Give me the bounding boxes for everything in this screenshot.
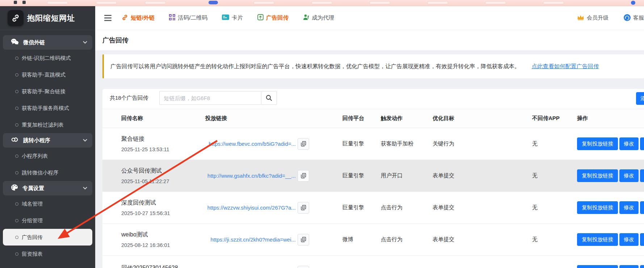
sidebar-item-aggregate-link[interactable]: 获客助手-聚合链接	[3, 83, 92, 100]
sidebar-section-wechat-links[interactable]: 微信外链	[3, 35, 92, 50]
callback-url-link[interactable]: http://www.gsahfx.cn/bfkc?adid=__...	[205, 173, 296, 179]
edit-button[interactable]: 修改	[619, 201, 639, 214]
more-action-button-cut[interactable]	[640, 169, 644, 182]
edit-button[interactable]: 修改	[619, 169, 639, 182]
sidebar: 抱阳缩短网址 微信外链 外链-识别二维码模式	[0, 6, 95, 268]
bullet-icon	[15, 219, 18, 222]
col-header-url: 投放链接	[205, 115, 342, 122]
copy-icon	[301, 237, 306, 242]
nav-item-short-links[interactable]: 短链/外链	[122, 14, 155, 22]
main-content: 广告回传 广告回传可以将用户访问跳转外链产生的转化动作上报到对应的广告平台，快速…	[95, 30, 644, 268]
nav-item-ad-callback[interactable]: 广告回传	[257, 14, 289, 22]
edit-button[interactable]: 修改	[619, 233, 639, 246]
callback-name: 公众号回传测试	[121, 167, 205, 175]
col-header-trigger: 触发动作	[381, 115, 433, 122]
sidebar-item-domain-management[interactable]: 域名管理	[3, 195, 92, 212]
sidebar-item-direct-jump[interactable]: 获客助手-直跳模式	[3, 66, 92, 83]
callback-goal: 表单提交	[433, 204, 532, 211]
sidebar-item-qrcode-mode[interactable]: 外链-识别二维码模式	[3, 50, 92, 66]
qrcode-icon	[169, 14, 175, 22]
ad-callback-icon	[257, 14, 264, 22]
bullet-icon	[15, 123, 18, 127]
bullet-icon	[15, 154, 18, 158]
bullet-icon	[15, 171, 18, 174]
sidebar-section-miniprogram[interactable]: 跳转小程序	[3, 133, 92, 148]
sidebar-item-miniprogram-list[interactable]: 小程序列表	[3, 148, 92, 164]
copy-delivery-link-button[interactable]: 复制投放链接	[577, 169, 618, 182]
callback-trigger: 用户开口	[381, 172, 433, 179]
bullet-icon	[15, 236, 18, 239]
more-action-button-cut[interactable]	[640, 201, 644, 214]
nav-item-become-agent[interactable]: 成为代理	[303, 14, 334, 22]
chevron-down-icon	[83, 41, 87, 44]
callback-date: 2025-10-27 15:56:31	[121, 210, 205, 216]
sidebar-item-ad-callback[interactable]: 广告回传	[3, 229, 92, 246]
more-action-button-cut[interactable]	[640, 233, 644, 246]
agent-person-icon	[303, 14, 309, 22]
copy-icon	[301, 141, 306, 147]
nav-item-card[interactable]: 卡片	[222, 14, 243, 22]
sidebar-section-exclusive-settings[interactable]: 专属设置	[3, 181, 92, 195]
search-input[interactable]	[159, 91, 261, 105]
edit-button[interactable]: 修改	[619, 265, 639, 268]
add-callback-button[interactable]: 添	[636, 92, 644, 105]
browser-active-tab	[209, 1, 218, 4]
browser-tab	[427, 1, 448, 4]
browser-icon	[14, 1, 17, 4]
chevron-down-icon	[83, 139, 87, 142]
copy-delivery-link-button[interactable]: 复制投放链接	[577, 265, 618, 268]
browser-tab	[369, 1, 390, 4]
banner-config-link[interactable]: 点此查看如何配置广告回传	[532, 63, 599, 70]
callback-url-link[interactable]: https://ji.szzit.cn/2kh0?media=wei...	[205, 236, 296, 243]
member-upgrade-button[interactable]: 会员升级	[577, 15, 609, 21]
copy-url-button[interactable]	[298, 234, 309, 246]
copy-url-button[interactable]	[298, 202, 309, 214]
table-row: 聚合链接 2025-11-25 13:53:11 https://wew.fbe…	[102, 128, 644, 160]
callback-trigger: 点击行为	[381, 204, 433, 211]
col-header-actions: 操作	[577, 115, 644, 122]
more-action-button-cut[interactable]	[640, 137, 644, 150]
copy-delivery-link-button[interactable]: 复制投放链接	[577, 137, 618, 150]
copy-icon	[301, 173, 306, 178]
nav-item-qrcode[interactable]: 活码/二维码	[169, 14, 207, 22]
sidebar-item-jump-wechat-miniprogram[interactable]: 跳转微信小程序	[3, 164, 92, 181]
search-button[interactable]	[261, 91, 277, 105]
customer-service-icon	[624, 14, 631, 22]
copy-url-button[interactable]	[298, 138, 309, 150]
browser-tab-strip	[0, 0, 644, 6]
callback-url-link[interactable]: https://wew.fbevc.com/b5iG?adid=...	[205, 141, 296, 147]
col-header-no-app: 不回传APP	[532, 115, 577, 122]
hamburger-menu-icon[interactable]	[104, 15, 111, 21]
crown-icon	[577, 15, 584, 21]
copy-url-button[interactable]	[298, 170, 309, 182]
search-icon	[266, 95, 272, 101]
copy-icon	[301, 205, 306, 210]
banner-text: 广告回传可以将用户访问跳转外链产生的转化动作上报到对应的广告平台，快速积累转化数…	[110, 63, 520, 70]
callback-name: 深度回传测试	[121, 199, 205, 207]
copy-delivery-link-button[interactable]: 复制投放链接	[577, 233, 618, 246]
table-row: 深度回传测试 2025-10-27 15:56:31 https://wzzvw…	[102, 192, 644, 224]
callback-date: 2025-11-25 13:53:11	[121, 147, 205, 152]
card-icon	[222, 15, 229, 21]
callback-url-link[interactable]: https://wzzvw.shiyisui.com/267G?a...	[205, 205, 296, 211]
sidebar-item-lead-report[interactable]: 留资报表	[3, 246, 92, 262]
browser-tab	[485, 1, 506, 4]
sidebar-item-service-provider[interactable]: 获客助手服务商模式	[3, 100, 92, 116]
callback-goal: 关键行为	[433, 140, 532, 147]
callback-trigger: 点击行为	[381, 236, 433, 243]
callback-date: 2025-11-05 11:22:27	[121, 178, 205, 184]
copy-url-button[interactable]	[298, 266, 309, 268]
top-nav-items: 短链/外链 活码/二维码 卡片	[122, 14, 334, 22]
sidebar-item-dup-filter[interactable]: 重复加粉过滤列表	[3, 116, 92, 133]
edit-button[interactable]: 修改	[619, 137, 639, 150]
copy-delivery-link-button[interactable]: 复制投放链接	[577, 201, 618, 214]
callback-platform: 巨量引擎	[342, 140, 381, 147]
more-action-button-cut[interactable]	[640, 265, 644, 268]
miniprogram-link-icon	[11, 136, 19, 144]
sidebar-item-group-management[interactable]: 分组管理	[3, 212, 92, 229]
callback-trigger: 获客助手加粉	[381, 140, 433, 147]
sidebar-section-label: 跳转小程序	[23, 137, 50, 144]
top-navbar: 短链/外链 活码/二维码 卡片	[95, 6, 644, 30]
customer-service-button[interactable]: 客服	[624, 14, 644, 22]
wechat-icon	[11, 38, 19, 46]
